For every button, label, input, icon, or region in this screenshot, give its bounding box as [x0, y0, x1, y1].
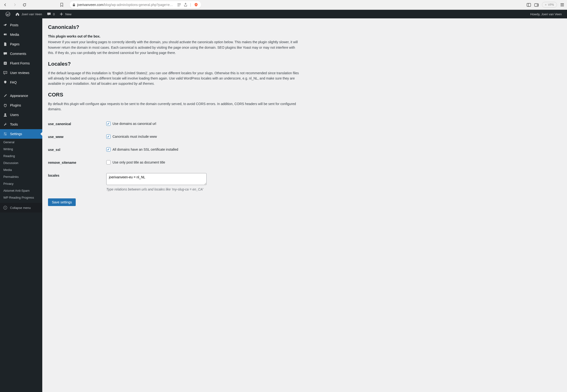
use-ssl-checkbox[interactable]	[106, 147, 111, 152]
sidebar-toggle-icon[interactable]	[527, 3, 531, 7]
locales-heading: Locales?	[48, 61, 299, 67]
wp-logo-button[interactable]	[3, 10, 13, 18]
locales-description: Type relations between urls and locales …	[106, 187, 299, 191]
pin-icon	[3, 23, 8, 28]
checkbox-label: All domains have an SSL certificate inst…	[113, 148, 178, 151]
submenu-item-discussion[interactable]: Discussion	[0, 159, 42, 166]
plus-icon	[59, 12, 63, 16]
sidebar-item-appearance[interactable]: Appearance	[0, 91, 42, 100]
svg-rect-24	[4, 133, 5, 134]
browser-right-controls: VPN	[527, 2, 564, 8]
svg-point-19	[4, 72, 5, 72]
lock-icon	[73, 3, 75, 6]
sidebar-item-tools[interactable]: Tools	[0, 120, 42, 129]
sidebar-item-posts[interactable]: Posts	[0, 20, 42, 30]
settings-form: use_canonical Use domains as canonical u…	[48, 117, 299, 196]
field-label: use_canonical	[48, 122, 106, 126]
save-settings-button[interactable]: Save settings	[48, 198, 76, 206]
submenu-item-wp-reading-progress[interactable]: WP Reading Progress	[0, 194, 42, 201]
user-icon	[3, 112, 8, 117]
use-www-checkbox[interactable]	[106, 134, 111, 139]
plug-icon	[3, 103, 8, 108]
svg-rect-26	[5, 134, 6, 135]
url-text: joerivanveen.com/blog/wp-admin/options-g…	[77, 3, 174, 7]
account-button[interactable]: Howdy, Joeri van Veen	[528, 10, 564, 18]
site-name-button[interactable]: Joeri van Veen	[13, 10, 44, 18]
field-use-canonical: use_canonical Use domains as canonical u…	[48, 117, 299, 130]
browser-nav-controls	[3, 2, 27, 7]
cors-description: By default this plugin will configure aj…	[48, 101, 299, 112]
vpn-button[interactable]: VPN	[542, 2, 557, 8]
comments-button[interactable]: 0	[44, 10, 57, 18]
home-icon	[15, 12, 20, 16]
submenu-item-writing[interactable]: Writing	[0, 146, 42, 153]
svg-point-21	[6, 72, 6, 72]
sidebar-item-settings[interactable]: Settings	[0, 129, 42, 139]
form-icon	[3, 61, 8, 66]
sliders-icon	[3, 132, 8, 136]
field-use-www: use_www Canonicals must include www	[48, 130, 299, 143]
browser-chrome: joerivanveen.com/blog/wp-admin/options-g…	[0, 0, 567, 10]
wordpress-logo-icon	[5, 12, 11, 17]
sidebar-item-comments[interactable]: Comments	[0, 49, 42, 58]
sidebar-item-faq[interactable]: FAQ	[0, 78, 42, 87]
cors-heading: CORS	[48, 92, 299, 98]
sidebar-item-user-reviews[interactable]: User reviews	[0, 68, 42, 78]
field-locales: locales Type relations between urls and …	[48, 169, 299, 196]
menu-icon[interactable]	[560, 3, 564, 6]
share-icon[interactable]	[184, 3, 187, 7]
brave-shield-icon[interactable]	[194, 3, 198, 7]
submenu-item-general[interactable]: General	[0, 139, 42, 146]
sidebar-item-plugins[interactable]: Plugins	[0, 100, 42, 110]
wallet-icon[interactable]	[534, 3, 539, 7]
use-canonical-checkbox[interactable]	[106, 122, 111, 126]
locales-description: If the default language of this installa…	[48, 70, 299, 86]
forward-button[interactable]	[13, 2, 17, 7]
submenu-item-akismet[interactable]: Akismet Anti-Spam	[0, 187, 42, 194]
svg-rect-0	[73, 4, 75, 6]
submenu-item-permalinks[interactable]: Permalinks	[0, 173, 42, 180]
field-label: locales	[48, 173, 106, 177]
svg-point-20	[5, 72, 5, 72]
collapse-menu-button[interactable]: Collapse menu	[0, 203, 42, 212]
reload-button[interactable]	[22, 2, 27, 7]
field-label: use_www	[48, 134, 106, 139]
checkbox-label: Use only post title as document title	[113, 160, 165, 164]
sidebar-item-media[interactable]: Media	[0, 30, 42, 39]
bookmark-button[interactable]	[59, 2, 64, 7]
collapse-icon	[3, 205, 8, 210]
sidebar-item-users[interactable]: Users	[0, 110, 42, 120]
submenu-item-privacy[interactable]: Privacy	[0, 180, 42, 187]
comment-icon	[3, 51, 8, 56]
submenu-item-reading[interactable]: Reading	[0, 153, 42, 159]
wp-admin-bar: Joeri van Veen 0 New Howdy, Joeri van Ve…	[0, 10, 567, 18]
reader-mode-icon[interactable]	[177, 3, 181, 6]
remove-sitename-checkbox[interactable]	[106, 160, 111, 165]
svg-rect-6	[535, 4, 538, 6]
field-label: use_ssl	[48, 147, 106, 152]
main-content: Canonicals? This plugin works out of the…	[42, 18, 305, 392]
svg-rect-15	[5, 34, 7, 35]
admin-sidebar: Posts Media Pages Comments Fluent Forms …	[0, 18, 42, 392]
checkbox-label: Canonicals must include www	[113, 135, 157, 139]
sidebar-item-fluent-forms[interactable]: Fluent Forms	[0, 58, 42, 68]
back-button[interactable]	[3, 2, 8, 7]
submenu-item-media[interactable]: Media	[0, 166, 42, 173]
vpn-status-dot	[545, 4, 546, 5]
url-bar[interactable]: joerivanveen.com/blog/wp-admin/options-g…	[70, 1, 201, 8]
field-use-ssl: use_ssl All domains have an SSL certific…	[48, 143, 299, 156]
field-remove-sitename: remove_sitename Use only post title as d…	[48, 156, 299, 169]
brush-icon	[3, 93, 8, 98]
wrench-icon	[3, 122, 8, 127]
reviews-icon	[3, 70, 8, 75]
canonicals-description: This plugin works out of the box. Howeve…	[48, 34, 299, 56]
canonicals-heading: Canonicals?	[48, 24, 299, 30]
media-icon	[3, 32, 8, 37]
svg-point-22	[4, 113, 6, 115]
locales-textarea[interactable]	[106, 173, 207, 185]
page-icon	[3, 42, 8, 47]
sidebar-item-pages[interactable]: Pages	[0, 39, 42, 49]
new-button[interactable]: New	[57, 10, 74, 18]
comment-icon	[47, 12, 51, 16]
svg-rect-16	[4, 62, 7, 65]
